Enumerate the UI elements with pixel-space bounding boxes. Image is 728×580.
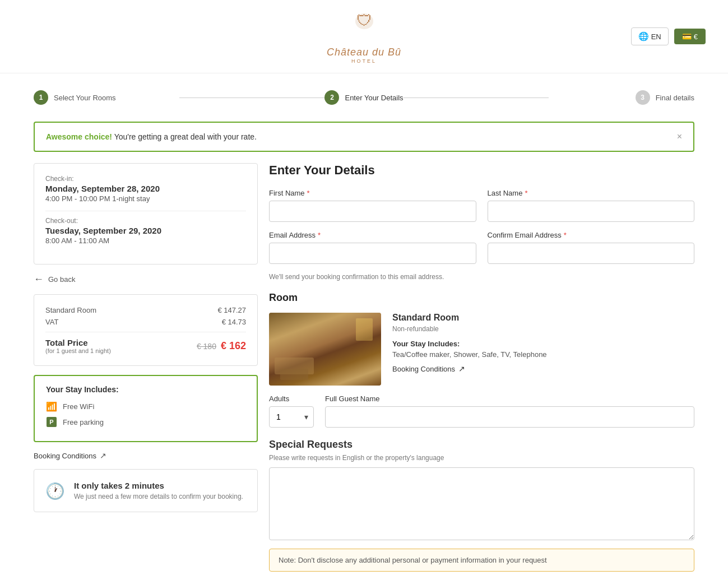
main-content: Check-in: Monday, September 28, 2020 4:0… bbox=[0, 163, 728, 580]
guest-name-label: Full Guest Name bbox=[325, 395, 694, 403]
adults-group: Adults 1 2 3 4 bbox=[269, 395, 314, 428]
logo-name: Château du Bû bbox=[327, 47, 401, 58]
room-price-row: Standard Room € 147.27 bbox=[45, 306, 246, 314]
room-details: Standard Room Non-refundable Your Stay I… bbox=[392, 313, 694, 386]
first-name-required: * bbox=[307, 189, 310, 197]
wallet-icon: 💳 bbox=[682, 32, 692, 41]
language-button[interactable]: 🌐 EN bbox=[631, 27, 669, 45]
last-name-group: Last Name* bbox=[488, 189, 695, 222]
adults-label: Adults bbox=[269, 395, 314, 403]
room-price-label: Standard Room bbox=[45, 306, 96, 314]
email-fields-row: Email Address* Confirm Email Address* bbox=[269, 231, 694, 264]
payment-note-box: Note: Don't disclose any additional pers… bbox=[269, 549, 694, 572]
lang-label: EN bbox=[651, 33, 661, 41]
confirm-email-input[interactable] bbox=[488, 243, 695, 264]
currency-button[interactable]: 💳 € bbox=[674, 29, 706, 44]
first-name-label: First Name* bbox=[269, 189, 476, 197]
banner-bold: Awesome choice! bbox=[46, 132, 112, 141]
promo-content: It only takes 2 minutes We just need a f… bbox=[74, 481, 243, 500]
room-section-title: Room bbox=[269, 292, 694, 304]
promo-text: We just need a few more details to confi… bbox=[74, 493, 243, 500]
checkin-time: 4:00 PM - 10:00 PM 1-night stay bbox=[45, 194, 246, 203]
room-refund: Non-refundable bbox=[392, 325, 694, 333]
promo-card: 🕐 It only takes 2 minutes We just need a… bbox=[34, 469, 258, 512]
checkout-date: Tuesday, September 29, 2020 bbox=[45, 226, 246, 235]
guest-name-input[interactable] bbox=[325, 406, 694, 428]
section-title: Enter Your Details bbox=[269, 163, 694, 178]
step-2-label: Enter Your Details bbox=[345, 94, 403, 102]
step-1: 1 Select Your Rooms bbox=[34, 90, 179, 105]
go-back-label: Go back bbox=[48, 275, 75, 284]
header: 🛡 Château du Bû HOTEL 🌐 EN 💳 € bbox=[0, 0, 728, 73]
last-name-label: Last Name* bbox=[488, 189, 695, 197]
checkin-date: Monday, September 28, 2020 bbox=[45, 184, 246, 193]
guest-info-row: Adults 1 2 3 4 Full Guest Name bbox=[269, 395, 694, 428]
logo-symbol: 🛡 bbox=[347, 9, 381, 47]
email-label: Email Address* bbox=[269, 231, 476, 239]
stepper: 1 Select Your Rooms 2 Enter Your Details… bbox=[0, 73, 728, 122]
step-3-circle: 3 bbox=[636, 90, 650, 105]
checkout-time: 8:00 AM - 11:00 AM bbox=[45, 236, 246, 245]
go-back-link[interactable]: ← Go back bbox=[34, 273, 258, 285]
includes-title: Your Stay Includes: bbox=[46, 385, 245, 394]
currency-label: € bbox=[694, 33, 698, 41]
banner-close-button[interactable]: × bbox=[677, 132, 682, 142]
email-required: * bbox=[318, 231, 321, 239]
first-name-input[interactable] bbox=[269, 201, 476, 222]
left-panel: Check-in: Monday, September 28, 2020 4:0… bbox=[34, 163, 258, 572]
parking-label: Free parking bbox=[63, 418, 104, 426]
total-prices: € 180 € 162 bbox=[197, 340, 246, 352]
step-1-label: Select Your Rooms bbox=[54, 94, 116, 102]
vat-value: € 14.73 bbox=[222, 318, 246, 326]
vat-label: VAT bbox=[45, 318, 58, 326]
banner-normal: You're getting a great deal with your ra… bbox=[112, 132, 257, 141]
first-name-group: First Name* bbox=[269, 189, 476, 222]
total-row: Total Price (for 1 guest and 1 night) € … bbox=[45, 338, 246, 354]
step-2-circle: 2 bbox=[324, 90, 339, 105]
step-line-2 bbox=[404, 98, 549, 98]
wifi-label: Free WiFi bbox=[63, 402, 94, 411]
last-name-required: * bbox=[525, 189, 527, 197]
date-divider bbox=[45, 211, 246, 211]
stay-includes-card: Your Stay Includes: 📶 Free WiFi P Free p… bbox=[34, 375, 258, 442]
booking-conditions-left-label: Booking Conditions bbox=[34, 452, 96, 460]
wifi-icon: 📶 bbox=[46, 401, 57, 412]
logo-sub: HOTEL bbox=[351, 58, 377, 64]
globe-icon: 🌐 bbox=[638, 31, 649, 41]
room-ext-link-icon: ↗ bbox=[458, 364, 465, 373]
vat-row: VAT € 14.73 bbox=[45, 318, 246, 326]
last-name-input[interactable] bbox=[488, 201, 695, 222]
room-card: Standard Room Non-refundable Your Stay I… bbox=[269, 313, 694, 386]
adults-select[interactable]: 1 2 3 4 bbox=[269, 406, 314, 428]
room-name: Standard Room bbox=[392, 313, 694, 323]
confirm-email-label: Confirm Email Address* bbox=[488, 231, 695, 239]
clock-icon: 🕐 bbox=[45, 482, 65, 500]
booking-dates-card: Check-in: Monday, September 28, 2020 4:0… bbox=[34, 163, 258, 265]
room-price-value: € 147.27 bbox=[217, 306, 246, 314]
external-link-icon: ↗ bbox=[100, 451, 106, 460]
total-sub: (for 1 guest and 1 night) bbox=[45, 347, 111, 354]
new-price: € 162 bbox=[221, 340, 246, 352]
promo-title: It only takes 2 minutes bbox=[74, 481, 243, 490]
special-requests-textarea[interactable] bbox=[269, 467, 694, 540]
step-2: 2 Enter Your Details bbox=[324, 90, 403, 105]
confirm-email-required: * bbox=[564, 231, 567, 239]
banner-text: Awesome choice! You're getting a great d… bbox=[46, 132, 257, 141]
price-divider bbox=[45, 332, 246, 332]
step-3-label: Final details bbox=[656, 94, 694, 102]
guest-name-group: Full Guest Name bbox=[325, 395, 694, 428]
booking-conditions-left-link[interactable]: Booking Conditions ↗ bbox=[34, 451, 258, 460]
parking-item: P Free parking bbox=[46, 416, 245, 428]
price-summary-card: Standard Room € 147.27 VAT € 14.73 Total… bbox=[34, 294, 258, 366]
step-3: 3 Final details bbox=[549, 90, 694, 105]
parking-icon: P bbox=[46, 416, 57, 428]
email-input[interactable] bbox=[269, 243, 476, 264]
checkin-label: Check-in: bbox=[45, 175, 246, 183]
email-note: We'll send your booking confirmation to … bbox=[269, 273, 694, 281]
logo: 🛡 Château du Bû HOTEL bbox=[327, 9, 401, 64]
svg-text:🛡: 🛡 bbox=[356, 12, 372, 29]
adults-select-wrapper: 1 2 3 4 bbox=[269, 406, 314, 428]
room-booking-conditions-link[interactable]: Booking Conditions ↗ bbox=[392, 364, 694, 373]
name-fields-row: First Name* Last Name* bbox=[269, 189, 694, 222]
total-label-group: Total Price (for 1 guest and 1 night) bbox=[45, 338, 111, 354]
